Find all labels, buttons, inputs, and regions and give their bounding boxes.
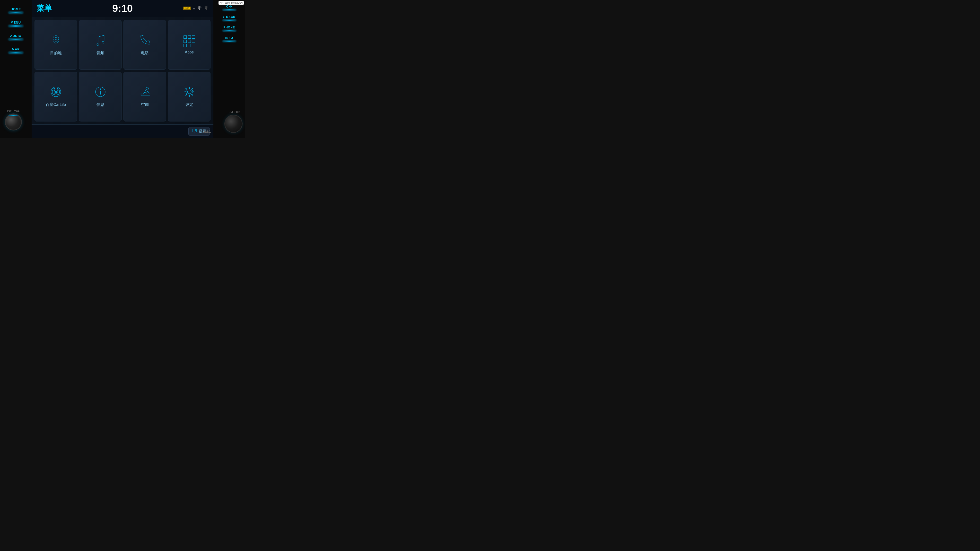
svg-point-9 [100, 89, 101, 90]
settings-tile[interactable]: 设定 [168, 71, 210, 121]
destination-label: 目的地 [50, 51, 62, 56]
phone-icon [139, 34, 151, 48]
phone-tile[interactable]: 电话 [124, 20, 166, 70]
device-code: ZT02/XUCN [231, 2, 243, 4]
pwr-vol-area: PWR VOL [5, 110, 22, 130]
info-tile[interactable]: 信息 [79, 71, 121, 121]
phone-side-button[interactable]: PHONE [223, 26, 236, 31]
wifi2-icon [204, 6, 208, 10]
carlife-label: 百度CarLife [46, 102, 66, 107]
car-unit: HOME MENU AUDIO MAP PWR VOL 菜单 9:10 DCM [0, 0, 245, 138]
svg-point-10 [146, 87, 148, 90]
screen-title: 菜单 [37, 3, 94, 14]
device-badge: AVH-2998 ZT02/XUCN [218, 1, 244, 5]
header-icons: DCM ≡ [151, 6, 208, 10]
map-button[interactable]: MAP [8, 48, 23, 54]
svg-point-11 [188, 90, 191, 94]
apps-icon [183, 35, 195, 47]
tune-knob-area: TUNE SCR [224, 111, 243, 133]
menu-button[interactable]: MENU [8, 21, 23, 27]
tune-knob[interactable] [224, 115, 243, 133]
jbl-brand: JBL [203, 129, 211, 134]
menu-grid: 目的地 音频 [32, 17, 213, 124]
clock-display: 9:10 [94, 3, 151, 14]
ch-button[interactable]: CH› [223, 5, 236, 10]
home-button[interactable]: HOME [8, 7, 23, 13]
carlife-icon [50, 86, 62, 99]
right-panel: CH› ‹TRACK PHONE INFO TUNE SCR [213, 0, 245, 138]
ac-label: 空调 [141, 102, 149, 107]
audio-button[interactable]: AUDIO [8, 34, 23, 40]
destination-tile[interactable]: 目的地 [35, 20, 77, 70]
svg-line-17 [196, 130, 196, 130]
info-label: 信息 [97, 102, 104, 107]
signal-icon: ≡ [193, 6, 195, 10]
info-side-button[interactable]: INFO [223, 36, 236, 42]
screen-footer: 显示 [32, 124, 213, 138]
display-icon [192, 129, 197, 134]
screen-header: 菜单 9:10 DCM ≡ [32, 0, 213, 17]
carlife-tile[interactable]: 百度CarLife [35, 71, 77, 121]
svg-point-1 [206, 9, 206, 10]
music-icon [94, 34, 107, 48]
ac-icon [139, 86, 151, 99]
ac-tile[interactable]: 空调 [124, 71, 166, 121]
apps-label: Apps [185, 50, 194, 54]
svg-line-4 [99, 35, 104, 37]
gear-icon [183, 86, 196, 99]
volume-knob[interactable] [5, 113, 22, 130]
audio-tile[interactable]: 音频 [79, 20, 121, 70]
apps-tile[interactable]: Apps [168, 20, 210, 70]
phone-label: 电话 [141, 51, 149, 56]
main-screen: 菜单 9:10 DCM ≡ [32, 0, 213, 138]
pin-icon [50, 34, 62, 48]
track-button[interactable]: ‹TRACK [223, 15, 236, 21]
left-panel: HOME MENU AUDIO MAP PWR VOL [0, 0, 32, 138]
info-circle-icon [94, 86, 107, 99]
device-name: AVH-2998 [220, 2, 230, 4]
wifi-icon [197, 6, 202, 10]
settings-label: 设定 [185, 102, 193, 107]
svg-point-2 [53, 36, 59, 41]
dcm-badge: DCM [183, 6, 191, 10]
svg-point-3 [55, 37, 57, 39]
svg-point-0 [199, 9, 200, 10]
audio-label: 音频 [97, 51, 104, 56]
